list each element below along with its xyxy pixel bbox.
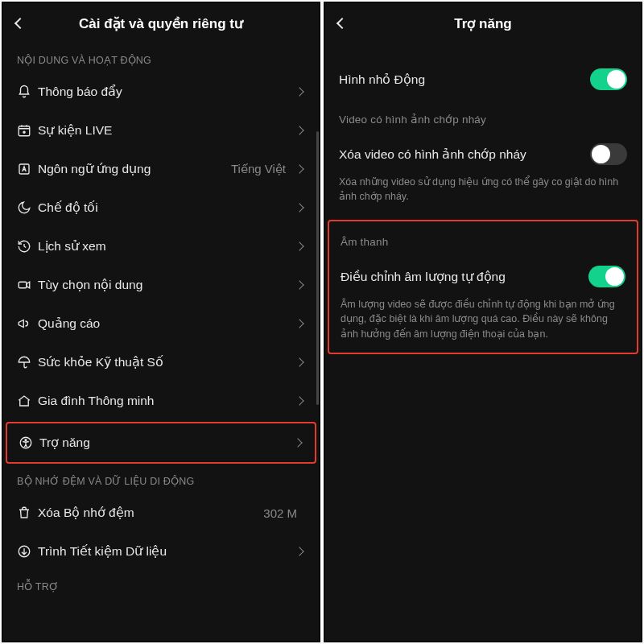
section-cache-data: BỘ NHỚ ĐỆM VÀ DỮ LIỆU DI ĐỘNG	[2, 465, 320, 493]
svg-rect-3	[19, 282, 27, 288]
item-live-events[interactable]: Sự kiện LIVE	[2, 111, 320, 150]
back-button[interactable]	[10, 14, 30, 33]
header: Trợ năng	[324, 2, 642, 44]
switch-on-icon[interactable]	[588, 266, 625, 287]
chevron-right-icon	[294, 204, 305, 211]
switch-on-icon[interactable]	[590, 68, 627, 90]
item-label: Xóa Bộ nhớ đệm	[38, 506, 263, 520]
item-data-saver[interactable]: Trình Tiết kiệm Dữ liệu	[2, 532, 320, 571]
chevron-right-icon	[294, 359, 305, 365]
settings-screen: Cài đặt và quyền riêng tư NỘI DUNG VÀ HO…	[2, 2, 320, 642]
section-content-activity: NỘI DUNG VÀ HOẠT ĐỘNG	[2, 44, 320, 72]
umbrella-icon	[17, 354, 38, 370]
item-value: 302 M	[263, 506, 297, 520]
item-label: Thông báo đẩy	[38, 85, 294, 99]
header: Cài đặt và quyền riêng tư	[2, 2, 320, 44]
item-push-notifications[interactable]: Thông báo đẩy	[2, 72, 320, 111]
data-saver-icon	[17, 543, 38, 559]
chevron-right-icon	[294, 282, 305, 288]
chevron-right-icon	[294, 166, 305, 172]
item-label: Quảng cáo	[38, 316, 294, 331]
item-clear-cache[interactable]: Xóa Bộ nhớ đệm 302 M	[2, 493, 320, 532]
item-label: Trợ năng	[39, 436, 292, 450]
item-ads[interactable]: Quảng cáo	[2, 304, 320, 343]
toggle-label: Điều chỉnh âm lượng tự động	[341, 270, 588, 284]
svg-point-1	[23, 131, 25, 133]
item-family-pairing[interactable]: Gia đình Thông minh	[2, 382, 320, 420]
svg-point-5	[25, 440, 27, 441]
chevron-right-icon	[294, 127, 305, 134]
chevron-right-icon	[294, 243, 305, 250]
item-content-prefs[interactable]: Tùy chọn nội dung	[2, 266, 320, 304]
accessibility-icon	[19, 435, 39, 451]
toggle-label: Hình nhỏ Động	[339, 72, 590, 87]
item-label: Sức khỏe Kỹ thuật Số	[38, 355, 294, 369]
chevron-right-icon	[292, 440, 303, 446]
item-label: Chế độ tối	[38, 200, 294, 215]
toggle-animated-thumb[interactable]: Hình nhỏ Động	[324, 59, 642, 100]
item-label: Tùy chọn nội dung	[38, 278, 294, 292]
chevron-left-icon	[14, 18, 26, 29]
back-button[interactable]	[332, 14, 352, 33]
chevron-right-icon	[294, 89, 305, 95]
scrollbar[interactable]	[316, 131, 319, 405]
accessibility-screen: Trợ năng Hình nhỏ Động Video có hình ảnh…	[324, 2, 642, 642]
item-label: Sự kiện LIVE	[38, 123, 294, 138]
highlight-accessibility: Trợ năng	[6, 422, 316, 464]
switch-off-icon[interactable]	[590, 143, 627, 165]
item-accessibility[interactable]: Trợ năng	[7, 425, 315, 460]
item-watch-history[interactable]: Lịch sử xem	[2, 227, 320, 266]
section-flashing-video: Video có hình ảnh chớp nháy	[324, 100, 642, 134]
section-support: HỖ TRỢ	[2, 571, 320, 599]
section-sound: Âm thanh	[329, 223, 637, 256]
item-label: Lịch sử xem	[38, 239, 294, 254]
item-label: Trình Tiết kiệm Dữ liệu	[38, 544, 294, 559]
chevron-right-icon	[294, 398, 305, 404]
item-dark-mode[interactable]: Chế độ tối	[2, 188, 320, 227]
toggle-label: Xóa video có hình ảnh chớp nháy	[339, 147, 590, 162]
page-title: Trợ năng	[454, 15, 511, 32]
chevron-right-icon	[294, 320, 305, 327]
item-value: Tiếng Việt	[231, 162, 286, 176]
highlight-sound: Âm thanh Điều chỉnh âm lượng tự động Âm …	[328, 220, 638, 353]
toggle-remove-flashing[interactable]: Xóa video có hình ảnh chớp nháy	[324, 134, 642, 175]
language-icon	[17, 161, 38, 177]
item-label: Ngôn ngữ ứng dụng	[38, 162, 231, 176]
item-app-language[interactable]: Ngôn ngữ ứng dụng Tiếng Việt	[2, 150, 320, 188]
megaphone-icon	[17, 316, 38, 332]
toggle-auto-volume[interactable]: Điều chỉnh âm lượng tự động	[329, 256, 637, 297]
bell-icon	[17, 84, 38, 100]
chevron-right-icon	[294, 548, 305, 555]
history-icon	[17, 238, 38, 254]
moon-icon	[17, 200, 38, 216]
flashing-description: Xóa những video sử dụng hiệu ứng có thể …	[324, 175, 642, 213]
trash-icon	[17, 505, 38, 521]
auto-volume-description: Âm lượng video sẽ được điều chỉnh tự độn…	[329, 297, 637, 350]
chevron-left-icon	[336, 18, 348, 29]
home-icon	[17, 393, 38, 409]
live-icon	[17, 122, 38, 138]
page-title: Cài đặt và quyền riêng tư	[79, 15, 243, 32]
item-label: Gia đình Thông minh	[38, 394, 294, 408]
video-icon	[17, 277, 38, 293]
item-digital-wellbeing[interactable]: Sức khỏe Kỹ thuật Số	[2, 343, 320, 382]
